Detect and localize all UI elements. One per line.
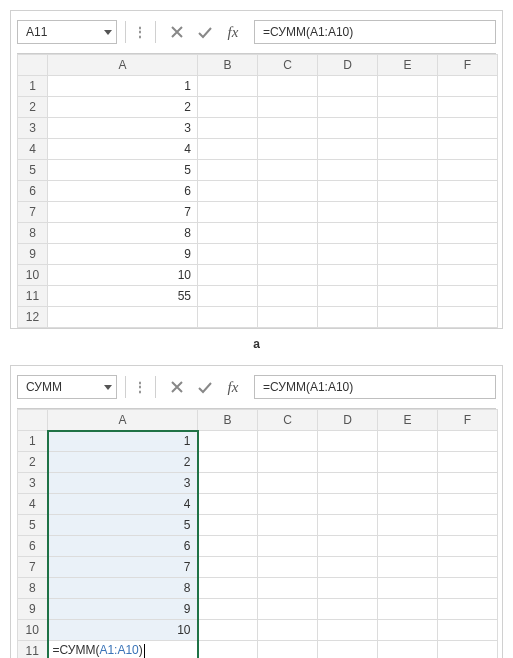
cell[interactable]: [198, 97, 258, 118]
name-box[interactable]: СУММ: [17, 375, 117, 399]
cell[interactable]: [258, 494, 318, 515]
cell[interactable]: [198, 452, 258, 473]
cell[interactable]: [258, 641, 318, 659]
cell[interactable]: [258, 452, 318, 473]
cells-grid-bottom[interactable]: A B C D E F 11 22 33 44 55 66 77 88 99 1…: [17, 408, 496, 658]
cell[interactable]: [318, 286, 378, 307]
col-header[interactable]: D: [318, 410, 378, 431]
cell[interactable]: [258, 307, 318, 328]
cell[interactable]: [318, 620, 378, 641]
row-header[interactable]: 1: [18, 76, 48, 97]
row-header[interactable]: 10: [18, 265, 48, 286]
cell[interactable]: [198, 599, 258, 620]
cell[interactable]: [438, 599, 498, 620]
cell[interactable]: 8: [48, 578, 198, 599]
cell[interactable]: 6: [48, 536, 198, 557]
cell[interactable]: 8: [48, 223, 198, 244]
cell[interactable]: [198, 223, 258, 244]
cell[interactable]: 7: [48, 202, 198, 223]
cell[interactable]: 10: [48, 620, 198, 641]
corner-cell[interactable]: [18, 410, 48, 431]
cell[interactable]: [318, 223, 378, 244]
cell[interactable]: [438, 473, 498, 494]
cell[interactable]: [258, 473, 318, 494]
accept-icon[interactable]: [196, 378, 214, 396]
cell[interactable]: [198, 557, 258, 578]
row-header[interactable]: 9: [18, 599, 48, 620]
cell[interactable]: [258, 620, 318, 641]
cell[interactable]: [258, 578, 318, 599]
row-header[interactable]: 10: [18, 620, 48, 641]
cell[interactable]: [318, 265, 378, 286]
col-header[interactable]: D: [318, 55, 378, 76]
col-header[interactable]: A: [48, 55, 198, 76]
cell[interactable]: [318, 97, 378, 118]
cell[interactable]: [378, 118, 438, 139]
row-header[interactable]: 2: [18, 452, 48, 473]
cell[interactable]: [258, 536, 318, 557]
row-header[interactable]: 6: [18, 181, 48, 202]
cell[interactable]: [378, 307, 438, 328]
cell[interactable]: [318, 244, 378, 265]
cell[interactable]: [198, 118, 258, 139]
cell[interactable]: [318, 641, 378, 659]
cell[interactable]: [318, 557, 378, 578]
cell[interactable]: [198, 494, 258, 515]
cell[interactable]: [198, 202, 258, 223]
row-header[interactable]: 4: [18, 139, 48, 160]
cell[interactable]: [438, 265, 498, 286]
row-header[interactable]: 1: [18, 431, 48, 452]
cell[interactable]: [378, 452, 438, 473]
col-header[interactable]: B: [198, 410, 258, 431]
cell[interactable]: [198, 578, 258, 599]
col-header[interactable]: B: [198, 55, 258, 76]
corner-cell[interactable]: [18, 55, 48, 76]
cell[interactable]: [258, 599, 318, 620]
cell[interactable]: 4: [48, 139, 198, 160]
cell[interactable]: [378, 76, 438, 97]
row-header[interactable]: 5: [18, 160, 48, 181]
cell[interactable]: [438, 494, 498, 515]
cell[interactable]: [198, 536, 258, 557]
cell[interactable]: [198, 431, 258, 452]
cell[interactable]: [198, 181, 258, 202]
cell[interactable]: [438, 578, 498, 599]
more-icon[interactable]: ⋮: [134, 25, 147, 39]
cell[interactable]: [198, 307, 258, 328]
cell[interactable]: [438, 223, 498, 244]
cell[interactable]: [378, 578, 438, 599]
cell[interactable]: 2: [48, 452, 198, 473]
row-header[interactable]: 9: [18, 244, 48, 265]
formula-bar[interactable]: =СУММ(A1:A10): [254, 20, 496, 44]
row-header[interactable]: 12: [18, 307, 48, 328]
cell[interactable]: 10: [48, 265, 198, 286]
row-header[interactable]: 4: [18, 494, 48, 515]
cell[interactable]: [318, 202, 378, 223]
row-header[interactable]: 3: [18, 118, 48, 139]
cell[interactable]: [198, 76, 258, 97]
cell[interactable]: [318, 494, 378, 515]
col-header[interactable]: C: [258, 55, 318, 76]
cell[interactable]: [258, 76, 318, 97]
cell[interactable]: [258, 118, 318, 139]
cell[interactable]: [378, 536, 438, 557]
cell[interactable]: 1: [48, 76, 198, 97]
cell[interactable]: [438, 76, 498, 97]
cell[interactable]: [438, 139, 498, 160]
cell[interactable]: 4: [48, 494, 198, 515]
row-header[interactable]: 7: [18, 557, 48, 578]
cell[interactable]: [378, 97, 438, 118]
cell[interactable]: [258, 431, 318, 452]
cell[interactable]: [438, 97, 498, 118]
accept-icon[interactable]: [196, 23, 214, 41]
cells-grid-top[interactable]: A B C D E F 11 22 33 44 55 66 77 88 99 1…: [17, 53, 496, 328]
cell[interactable]: [378, 620, 438, 641]
cell[interactable]: [318, 139, 378, 160]
cell[interactable]: [438, 515, 498, 536]
cell[interactable]: [258, 181, 318, 202]
cell[interactable]: [438, 181, 498, 202]
cell[interactable]: [378, 223, 438, 244]
cell[interactable]: 9: [48, 599, 198, 620]
cell[interactable]: 7: [48, 557, 198, 578]
cell[interactable]: [198, 473, 258, 494]
